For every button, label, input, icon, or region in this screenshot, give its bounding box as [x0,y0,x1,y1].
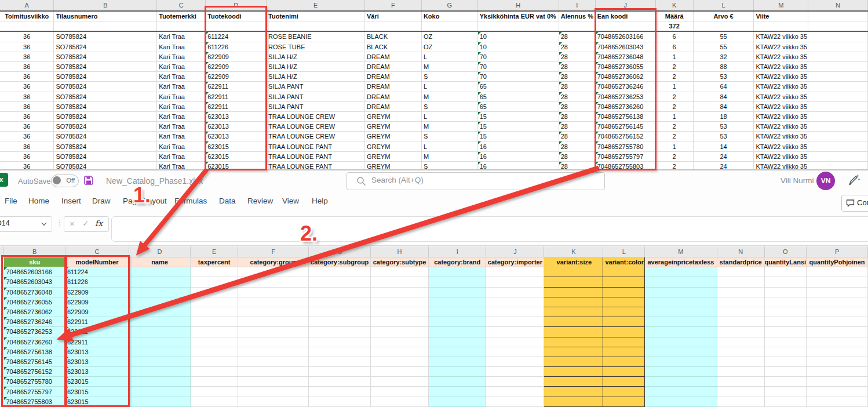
cell[interactable] [807,267,868,277]
cell[interactable] [0,307,4,317]
cell[interactable] [477,21,559,32]
cell[interactable]: 7048652755780 [4,377,65,387]
cell[interactable] [486,367,544,377]
tab-view[interactable]: View [282,197,299,205]
cell[interactable] [309,277,371,287]
cell[interactable] [238,267,309,277]
cell[interactable]: 28 [559,31,595,42]
cancel-icon[interactable]: × [70,219,75,228]
column-letter[interactable]: D [129,246,190,257]
cell[interactable] [157,21,206,32]
cell[interactable]: 623013 [206,132,267,141]
cell[interactable] [54,21,157,32]
cell[interactable]: 65 [477,82,559,92]
cell[interactable]: BLACK [365,42,422,52]
cell[interactable] [267,21,365,32]
cell[interactable] [238,277,309,287]
cell[interactable]: SO785824 [54,151,157,161]
cell[interactable]: Kari Traa [157,82,206,92]
column-letter[interactable]: H [371,246,429,257]
cell[interactable] [544,327,603,337]
cell[interactable] [309,377,371,387]
tab-draw[interactable]: Draw [92,197,111,205]
cell[interactable] [807,277,868,287]
cell[interactable]: 7048652756138 [595,111,655,121]
cell[interactable] [428,387,486,397]
column-header[interactable]: name [129,257,190,267]
cell[interactable] [717,397,764,406]
cell[interactable]: 28 [559,141,595,151]
cell[interactable] [486,317,544,327]
cell[interactable] [238,367,309,377]
cell[interactable]: SILJA PANT [267,92,365,101]
cell[interactable] [754,21,808,32]
cell[interactable]: 623013 [65,347,129,357]
cell[interactable]: 7048652736246 [4,317,65,327]
cell[interactable] [808,21,868,32]
cell[interactable]: L [421,82,477,92]
column-header[interactable]: Väri [365,11,422,21]
cell[interactable]: 36 [0,61,54,71]
cell[interactable]: 53 [693,122,754,132]
cell[interactable]: SO785824 [54,31,157,42]
document-title[interactable]: New_Catalog_Phase1.xlsx [106,176,203,186]
cell[interactable] [0,277,4,287]
cell[interactable]: SO785824 [54,61,157,71]
column-header[interactable]: Ean koodi [595,11,655,21]
cell[interactable]: 7048652603043 [4,277,65,287]
cell[interactable] [129,367,190,377]
column-letter[interactable]: L [693,0,754,11]
cell[interactable]: 611224 [206,31,267,42]
cell[interactable]: 7048652736048 [595,52,655,61]
cell[interactable]: 7048652736048 [4,287,65,297]
cell[interactable]: 7048652756145 [4,357,65,366]
comments-button[interactable]: Com [841,195,868,212]
cell[interactable]: 36 [0,122,54,132]
column-header[interactable]: category:brand [428,257,486,267]
cell[interactable] [764,367,807,377]
cell[interactable] [559,21,595,32]
cell[interactable] [645,337,717,347]
cell[interactable]: 623015 [206,141,267,151]
cell[interactable]: 28 [559,72,595,82]
cell[interactable] [807,327,868,337]
cell[interactable] [0,317,4,327]
cell[interactable]: 15 [477,122,559,132]
cell[interactable] [191,277,238,287]
cell[interactable] [717,307,764,317]
cell[interactable] [238,347,309,357]
cell[interactable]: Kari Traa [157,111,206,121]
cell[interactable]: DREAM [365,82,422,92]
cell[interactable]: 622911 [206,101,267,111]
cell[interactable]: 623015 [65,387,129,397]
cell[interactable] [544,297,603,307]
cell[interactable] [371,267,429,277]
column-header[interactable]: Tuotemerkki [157,11,206,21]
cell[interactable]: 7048652736253 [595,92,655,101]
cell[interactable]: 372 [655,21,693,32]
cell[interactable] [645,327,717,337]
cell[interactable]: 16 [477,141,559,151]
cell[interactable]: L [421,111,477,121]
cell[interactable]: 611226 [206,42,267,52]
cell[interactable] [238,307,309,317]
cell[interactable] [717,377,764,387]
cell[interactable]: SO785824 [54,141,157,151]
cell[interactable]: 28 [559,111,595,121]
column-letter[interactable]: C [157,0,206,11]
cell[interactable]: 36 [0,72,54,82]
cell[interactable] [544,397,603,406]
cell[interactable] [309,387,371,397]
cell[interactable] [486,397,544,406]
cell[interactable]: 611224 [65,267,129,277]
cell[interactable]: 623015 [65,397,129,406]
cell[interactable] [0,21,54,32]
cell[interactable] [486,377,544,387]
cell[interactable] [645,297,717,307]
save-icon[interactable] [83,175,94,188]
cell[interactable] [428,337,486,347]
cell[interactable] [807,347,868,357]
cell[interactable] [486,357,544,366]
cell[interactable]: KTAW22 viikko 35 [754,92,808,101]
cell[interactable]: KTAW22 viikko 35 [754,82,808,92]
